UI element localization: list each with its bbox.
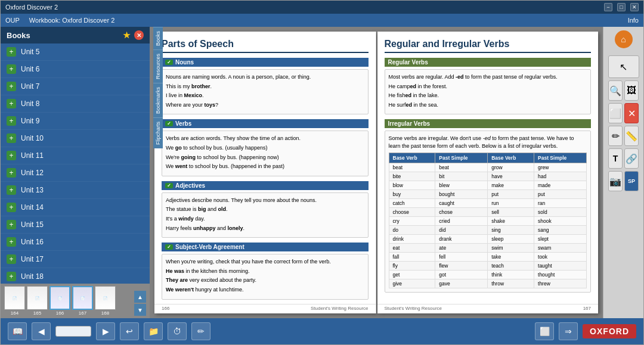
thumb-164[interactable]: 📄 [4, 286, 25, 310]
page-range-input[interactable]: 166 – 167 [55, 326, 91, 337]
sva-body: When you're writing, check that you have… [166, 258, 364, 266]
expand-unit10[interactable]: + [7, 133, 16, 143]
pen-button[interactable]: ✏ [191, 322, 210, 340]
nouns-header: ✓ Nouns [162, 58, 369, 67]
expand-unit5[interactable]: + [7, 47, 16, 57]
expand-unit9[interactable]: + [7, 116, 16, 126]
expand-unit6[interactable]: + [7, 64, 16, 74]
page-num-right: 167 [583, 306, 591, 311]
whiteboard-button[interactable]: ⬜ [535, 322, 554, 340]
prev-page-button[interactable]: ◀ [32, 322, 51, 340]
back-button[interactable]: ↩ [120, 322, 139, 340]
photo-tool-button[interactable]: 📷 [608, 171, 623, 191]
cursor-tool-button[interactable]: ↖ [608, 55, 639, 78]
expand-unit8[interactable]: + [7, 99, 16, 108]
side-label-flipcharts[interactable]: Flipcharts [153, 117, 163, 148]
irregular-verbs-box: Some verbs are irregular. We don't use -… [385, 130, 592, 292]
sidebar-item-unit12[interactable]: + Unit 12 [1, 164, 150, 182]
maximize-button[interactable]: □ [617, 3, 626, 11]
table-row: getgotthinkthought [389, 270, 587, 279]
nouns-label: Nouns [175, 59, 194, 66]
expand-unit11[interactable]: + [7, 151, 16, 160]
expand-unit7[interactable]: + [7, 82, 16, 91]
unit7-label: Unit 7 [21, 82, 39, 91]
minimize-button[interactable]: − [604, 3, 612, 11]
link-tool-button[interactable]: 🔗 [624, 148, 639, 169]
close-button[interactable]: ✕ [630, 3, 639, 11]
sidebar-item-unit9[interactable]: + Unit 9 [1, 113, 150, 130]
right-panel: ⌂ ↖ 🔍 🖼 ⬜ ✕ [603, 27, 643, 318]
unit18-label: Unit 18 [21, 272, 44, 281]
sidebar-item-unit14[interactable]: + Unit 14 [1, 199, 150, 216]
expand-unit16[interactable]: + [7, 237, 16, 247]
sidebar-item-unit7[interactable]: + Unit 7 [1, 78, 150, 95]
col-base2: Base Verb [488, 153, 534, 163]
thumb-168[interactable]: 📄 [95, 286, 116, 310]
sidebar-item-unit6[interactable]: + Unit 6 [1, 61, 150, 78]
nouns-box: Nouns are naming words. A noun is a pers… [162, 69, 369, 114]
tool-row-2: ⬜ ✕ [608, 103, 639, 123]
sp-tool-button[interactable]: SP [624, 171, 639, 191]
table-row: choosechosesellsold [389, 207, 587, 216]
tool-row-1: 🔍 🖼 [608, 80, 639, 101]
sidebar-item-unit15[interactable]: + Unit 15 [1, 216, 150, 234]
rv-ex2: He fished in the lake. [389, 92, 587, 100]
sidebar-item-unit13[interactable]: + Unit 13 [1, 182, 150, 199]
sidebar-item-unit18[interactable]: + Unit 18 [1, 268, 150, 284]
expand-unit14[interactable]: + [7, 203, 16, 212]
sidebar-item-unit8[interactable]: + Unit 8 [1, 95, 150, 113]
expand-unit13[interactable]: + [7, 185, 16, 195]
unit14-label: Unit 14 [21, 203, 44, 212]
side-label-bookmarks[interactable]: Bookmarks [153, 83, 163, 117]
sidebar-list: + Unit 5 + Unit 6 + Unit 7 + Unit 8 + [1, 43, 150, 284]
scroll-up[interactable]: ▲ [134, 291, 146, 303]
image-tool-button[interactable]: 🖼 [624, 80, 639, 101]
image-icon: 🖼 [627, 85, 636, 96]
ruler-icon: 📏 [626, 130, 637, 142]
side-label-books[interactable]: Books [153, 27, 163, 49]
zoom-tool-button[interactable]: 🔍 [608, 80, 623, 101]
oup-label: OUP [5, 17, 20, 24]
regular-verbs-header: Regular Verbs [385, 58, 592, 67]
sidebar-item-unit10[interactable]: + Unit 10 [1, 130, 150, 147]
thumb-165[interactable]: 📄 [27, 286, 48, 310]
text-tool-button[interactable]: T [608, 148, 623, 169]
thumb-166[interactable]: 📄 [49, 286, 70, 310]
unit13-label: Unit 13 [21, 186, 44, 194]
ruler-tool-button[interactable]: 📏 [624, 126, 639, 146]
star-icon[interactable]: ★ [123, 30, 131, 40]
sidebar-title: Books [7, 31, 30, 40]
thumb-167[interactable]: 📄 [72, 286, 93, 310]
timer-button[interactable]: ⏱ [168, 322, 187, 340]
delete-tool-button[interactable]: ✕ [624, 103, 639, 123]
pencil-tool-button[interactable]: ✏ [608, 126, 623, 146]
expand-unit12[interactable]: + [7, 168, 16, 178]
home-button[interactable]: ⌂ [615, 30, 633, 48]
title-bar-left: Oxford Discover 2 [5, 4, 58, 11]
book-open-button[interactable]: 📖 [8, 322, 27, 340]
expand-unit18[interactable]: + [7, 272, 16, 281]
sva-ex3: We weren't hungry at lunchtime. [166, 286, 364, 294]
table-row: drinkdranksleepslept [389, 234, 587, 243]
unit6-label: Unit 6 [21, 65, 39, 73]
next-page-button[interactable]: ▶ [96, 322, 115, 340]
eraser-tool-button[interactable]: ⬜ [608, 103, 623, 123]
expand-unit15[interactable]: + [7, 220, 16, 229]
folder-button[interactable]: 📁 [144, 322, 163, 340]
arrow-button[interactable]: ⇒ [559, 322, 578, 340]
sidebar-item-unit16[interactable]: + Unit 16 [1, 234, 150, 251]
sidebar-item-unit5[interactable]: + Unit 5 [1, 43, 150, 61]
book-pages: Parts of Speech ✓ Nouns Nouns are naming… [150, 27, 603, 318]
side-label-resources[interactable]: Resources [153, 49, 163, 83]
page-footer-label-right: Student's Writing Resource [385, 306, 442, 311]
nouns-section: ✓ Nouns Nouns are naming words. A noun i… [162, 58, 369, 114]
col-base1: Base Verb [389, 153, 435, 163]
close-sidebar-button[interactable]: ✕ [134, 30, 144, 40]
sidebar-item-unit11[interactable]: + Unit 11 [1, 147, 150, 164]
sidebar-item-unit17[interactable]: + Unit 17 [1, 251, 150, 268]
sidebar-header: Books ★ ✕ [1, 27, 150, 43]
info-label: Info [628, 17, 639, 24]
text-icon: T [613, 154, 618, 163]
scroll-down[interactable]: ▼ [134, 304, 146, 316]
expand-unit17[interactable]: + [7, 254, 16, 264]
